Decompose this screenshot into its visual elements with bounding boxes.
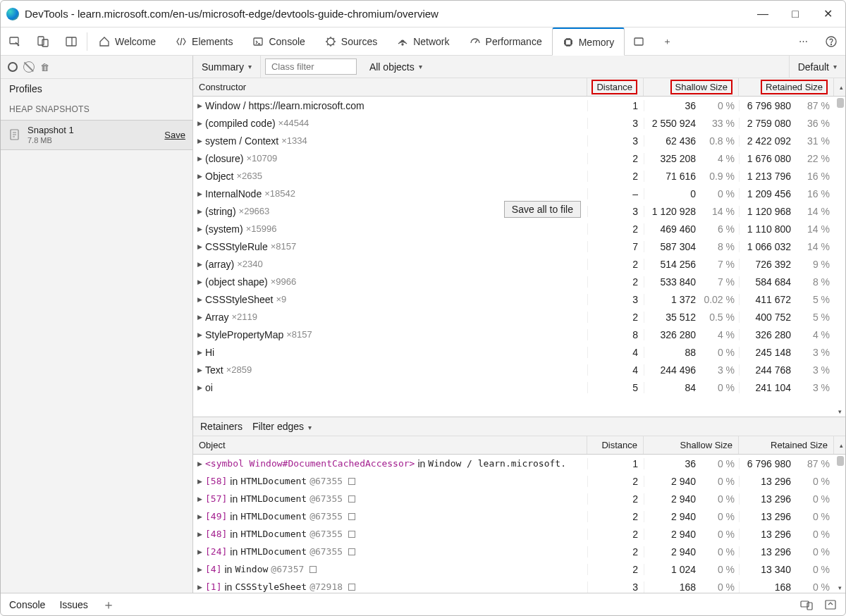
table-row[interactable]: ▶StylePropertyMap×81578326 2804 %326 280… — [193, 326, 845, 343]
svg-rect-15 — [807, 603, 812, 610]
retainers-bar: Retainers Filter edges — [193, 417, 845, 436]
tab-overflow-icon[interactable] — [625, 27, 653, 56]
tab-performance[interactable]: Performance — [460, 27, 552, 56]
snapshot-name: Snapshot 1 — [27, 125, 164, 136]
svg-rect-0 — [10, 37, 18, 44]
inspect-icon[interactable] — [1, 27, 29, 56]
help-icon[interactable] — [817, 27, 845, 56]
window-title: DevTools - learn.microsoft.com/en-us/mic… — [25, 8, 439, 20]
retainers-table-header: Object Distance Shallow Size Retained Si… — [193, 436, 845, 455]
svg-rect-3 — [66, 37, 76, 46]
save-button[interactable]: Save — [164, 130, 185, 140]
memory-filterbar: Summary All objects Default — [193, 56, 845, 78]
col-shallow-size[interactable]: Shallow Size — [644, 78, 739, 96]
drawer-tab-issues[interactable]: Issues — [59, 599, 87, 610]
summary-dropdown[interactable]: Summary — [193, 56, 261, 78]
delete-icon[interactable]: 🗑 — [40, 62, 49, 73]
drawer-add-tab[interactable]: ＋ — [102, 596, 115, 613]
minimize-button[interactable]: — — [756, 8, 769, 20]
scrollbar-thumb-r[interactable] — [837, 456, 844, 466]
col-distance[interactable]: Distance — [587, 78, 644, 96]
table-row[interactable]: ▶CSSStyleSheet×931 3720.02 %411 6725 % — [193, 290, 845, 308]
svg-point-7 — [402, 44, 403, 45]
retainer-row[interactable]: ▶<symbol Window#DocumentCachedAccessor> … — [193, 455, 845, 472]
table-row[interactable]: ▶oi5840 %241 1043 % — [193, 378, 845, 396]
table-row[interactable]: ▶system / Context×1334362 4360.8 %2 422 … — [193, 132, 845, 149]
svg-point-12 — [831, 44, 832, 44]
retainer-row[interactable]: ▶[58] in HTMLDocument @67355 22 9400 %13… — [193, 472, 845, 490]
heap-snapshots-section: HEAP SNAPSHOTS — [1, 99, 192, 120]
table-row[interactable]: ▶(string)×2966331 120 92814 %1 120 96814… — [193, 202, 845, 220]
dock-side-icon[interactable] — [57, 27, 85, 56]
titlebar: DevTools - learn.microsoft.com/en-us/mic… — [1, 1, 845, 27]
svg-rect-1 — [38, 37, 44, 45]
profiles-heading: Profiles — [1, 79, 192, 99]
perspective-dropdown[interactable]: Default — [790, 56, 845, 78]
svg-rect-9 — [565, 39, 571, 45]
snapshot-icon — [8, 128, 22, 142]
snapshot-size: 7.8 MB — [27, 136, 164, 145]
table-row[interactable]: ▶Hi4880 %245 1483 % — [193, 343, 845, 361]
tab-console[interactable]: Console — [243, 27, 314, 56]
close-button[interactable]: ✕ — [821, 8, 834, 20]
table-row[interactable]: ▶Text×28594244 4963 %244 7683 % — [193, 361, 845, 378]
table-row[interactable]: ▶(compiled code)×4454432 550 92433 %2 75… — [193, 114, 845, 132]
more-icon[interactable]: ⋯ — [789, 27, 817, 56]
table-row[interactable]: ▶InternalNode×18542–00 %1 209 45616 % — [193, 185, 845, 202]
tab-network[interactable]: Network — [387, 27, 459, 56]
svg-line-8 — [475, 40, 477, 43]
retainer-row[interactable]: ▶[4] in Window @67357 21 0240 %13 3400 % — [193, 560, 845, 578]
svg-rect-10 — [634, 38, 643, 45]
clear-button[interactable] — [23, 61, 35, 73]
objects-dropdown[interactable]: All objects — [361, 56, 790, 78]
expand-drawer-icon[interactable] — [824, 599, 837, 610]
col-constructor[interactable]: Constructor — [193, 78, 587, 96]
retainer-row[interactable]: ▶[49] in HTMLDocument @67355 22 9400 %13… — [193, 507, 845, 525]
retainer-row[interactable]: ▶[57] in HTMLDocument @67355 22 9400 %13… — [193, 490, 845, 507]
main-toolbar: Welcome Elements Console Sources Network… — [1, 27, 845, 56]
tab-welcome[interactable]: Welcome — [89, 27, 166, 56]
table-row[interactable]: ▶(system)×159962469 4606 %1 110 80014 % — [193, 220, 845, 238]
tab-sources[interactable]: Sources — [315, 27, 387, 56]
snapshot-item[interactable]: Snapshot 1 7.8 MB Save — [1, 120, 192, 150]
col-object[interactable]: Object — [193, 436, 587, 454]
retainers-table[interactable]: ▾ ▶<symbol Window#DocumentCachedAccessor… — [193, 455, 845, 593]
table-row[interactable]: ▶(closure)×107092325 2084 %1 676 08022 % — [193, 149, 845, 167]
col-retained-size[interactable]: Retained Size — [739, 78, 834, 96]
tab-memory[interactable]: Memory — [552, 27, 625, 56]
filter-edges-dropdown[interactable]: Filter edges — [252, 421, 312, 432]
retainer-row[interactable]: ▶[24] in HTMLDocument @67355 22 9400 %13… — [193, 543, 845, 560]
col-distance-r[interactable]: Distance — [587, 436, 644, 454]
table-row[interactable]: ▶(object shape)×99662533 8407 %584 6848 … — [193, 273, 845, 290]
table-row[interactable]: ▶Array×2119235 5120.5 %400 7525 % — [193, 308, 845, 326]
col-retained-r[interactable]: Retained Size — [739, 436, 834, 454]
col-shallow-r[interactable]: Shallow Size — [644, 436, 739, 454]
edge-devtools-icon — [6, 8, 19, 20]
add-tab-button[interactable]: ＋ — [653, 27, 681, 56]
retainers-title: Retainers — [200, 421, 243, 432]
emulation-icon[interactable] — [800, 599, 813, 610]
table-row[interactable]: ▶(array)×23402514 2567 %726 3929 % — [193, 255, 845, 273]
svg-rect-16 — [826, 600, 835, 609]
sidebar: 🗑 Profiles HEAP SNAPSHOTS Snapshot 1 7.8… — [1, 56, 193, 593]
retainer-row[interactable]: ▶[48] in HTMLDocument @67355 22 9400 %13… — [193, 525, 845, 543]
device-emulation-icon[interactable] — [29, 27, 57, 56]
tab-elements[interactable]: Elements — [166, 27, 243, 56]
table-row[interactable]: ▶Window / https://learn.microsoft.com136… — [193, 97, 845, 114]
maximize-button[interactable]: □ — [789, 8, 802, 20]
class-filter-input[interactable] — [265, 58, 357, 75]
constructors-table-header: Constructor Distance Shallow Size Retain… — [193, 78, 845, 97]
record-button — [8, 62, 18, 72]
constructors-table[interactable]: Save all to file ▾ ▶Window / https://lea… — [193, 97, 845, 417]
retainer-row[interactable]: ▶[1] in CSSStyleSheet @72918 31680 %1680… — [193, 578, 845, 593]
statusbar: Console Issues ＋ — [1, 593, 845, 615]
drawer-tab-console[interactable]: Console — [9, 599, 45, 610]
table-row[interactable]: ▶Object×2635271 6160.9 %1 213 79616 % — [193, 167, 845, 185]
table-row[interactable]: ▶CSSStyleRule×81577587 3048 %1 066 03214… — [193, 238, 845, 255]
